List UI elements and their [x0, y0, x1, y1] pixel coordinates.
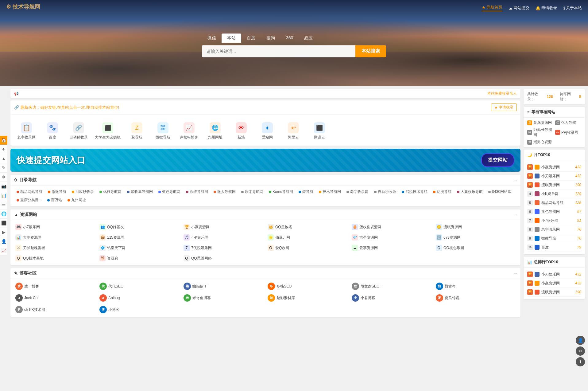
monthly-top10-item-3[interactable]: 4 小K娱乐网 129: [527, 190, 581, 198]
sidebar-btn-image[interactable]: 📷: [0, 182, 7, 191]
nav-link-weiwei[interactable]: 微微导航: [45, 188, 69, 196]
nav-section-more[interactable]: ···: [514, 178, 517, 182]
resource-item-20[interactable]: QQQ思维网络: [182, 254, 265, 263]
sidebar-btn-box[interactable]: ⬛: [0, 219, 7, 228]
blog-item-8[interactable]: 米 米奇鱼博客: [182, 293, 265, 303]
banner[interactable]: 快速提交网站入口 提交网站: [10, 149, 520, 172]
nav-link-ouwei[interactable]: 欧维导航网: [184, 188, 211, 196]
nav-link-laozi[interactable]: 老字收录网: [344, 188, 371, 196]
resource-item-4[interactable]: 🥚蛋收集资源网: [350, 223, 433, 231]
resource-item-1[interactable]: 👥QQ好基友: [98, 223, 180, 231]
sidebar-btn-nav[interactable]: ✈: [0, 145, 7, 154]
nav-link-baiwan[interactable]: 百万站: [45, 196, 64, 204]
monthly-top10-item-2[interactable]: 🏆 流氓资源网 190: [527, 181, 581, 190]
search-input[interactable]: [202, 45, 355, 57]
site-weiwei[interactable]: 微微导航 微微导航: [151, 120, 175, 143]
nav-link-fengzhi[interactable]: 枫枝导航网: [97, 188, 124, 196]
resource-item-3[interactable]: 👑QQ皇族塔: [266, 223, 349, 231]
monthly-top10-item-4[interactable]: 5 精品网站导航 125: [527, 198, 581, 207]
tab-sogou[interactable]: 搜狗: [261, 33, 280, 43]
nav-link-jishu[interactable]: 技术导航网: [316, 188, 343, 196]
pending-item-4[interactable]: 潮 潮男心资源: [527, 139, 553, 145]
nav-link-leiying[interactable]: 泪应秒收录: [69, 188, 96, 196]
resource-item-5[interactable]: 😏流氓资源网: [435, 223, 517, 231]
blog-item-12[interactable]: P ok PK技术网: [14, 305, 96, 315]
site-aizhan[interactable]: ♦ 爱站网: [255, 120, 280, 143]
resource-item-18[interactable]: QQQ技术基地: [14, 254, 96, 263]
site-aliyun[interactable]: ↩ 阿里云: [281, 120, 306, 143]
site-sina[interactable]: 👁 新浪: [229, 120, 253, 143]
monthly-top10-item-9[interactable]: 10 百度 79: [527, 243, 581, 252]
blog-item-9[interactable]: 魅 魅影素材库: [266, 293, 349, 303]
monthly-top10-item-7[interactable]: 8 老字收录网 76: [527, 225, 581, 234]
total-top10-item-2[interactable]: 🏆 流氓资源网 190: [527, 288, 581, 297]
resource-item-8[interactable]: 🎵小K娱乐网: [182, 233, 265, 242]
total-top10-item-0[interactable]: 🏆 小刀娱乐网 432: [527, 270, 581, 279]
tab-bing[interactable]: 必应: [299, 33, 318, 43]
blog-item-0[interactable]: 凌 凌一博客: [14, 281, 96, 291]
nav-about[interactable]: ℹ 关于本站: [563, 5, 582, 11]
site-baidu[interactable]: 🐾 百度: [40, 120, 65, 143]
sidebar-btn-trend[interactable]: 📈: [0, 246, 7, 256]
logo[interactable]: ⚙ 技术导航网: [6, 3, 40, 10]
float-btn-email[interactable]: ✉: [576, 346, 585, 356]
pending-item-0[interactable]: 菜 菜鸟资源网: [527, 120, 553, 125]
pending-item-2[interactable]: 97 97站长导航网: [527, 127, 553, 138]
blog-item-2[interactable]: 蝙 蝙蝠使IT: [182, 281, 265, 291]
blog-item-4[interactable]: 段 段文杰SEO...: [350, 281, 433, 291]
nav-link-jiuzhou2[interactable]: 九州网址: [65, 196, 88, 204]
resource-item-0[interactable]: 🎮小7娱乐网: [14, 223, 96, 231]
nav-submit[interactable]: ☁ 网站提交: [509, 5, 529, 11]
nav-link-daying[interactable]: 大赢娱乐导航: [455, 188, 485, 196]
blog-item-13[interactable]: 博 小博客: [98, 305, 180, 315]
resource-item-17[interactable]: QQQ核心乐园: [435, 244, 517, 252]
nav-link-lanse[interactable]: 蓝色导航网: [156, 188, 183, 196]
site-lusong[interactable]: 📈 卢松松博客: [177, 120, 201, 143]
nav-link-0430[interactable]: 0430网站库: [486, 188, 514, 196]
sidebar-btn-chart[interactable]: 📊: [0, 191, 7, 200]
sidebar-btn-list[interactable]: ☰: [0, 200, 7, 209]
monthly-top10-item-8[interactable]: 9 微微导航 70: [527, 234, 581, 243]
float-btn-top[interactable]: ⬆: [576, 357, 585, 366]
nav-link-kome[interactable]: Kome导航网: [266, 188, 296, 196]
site-auto-record[interactable]: 🔗 自动秒收录: [66, 120, 91, 143]
tab-weixin[interactable]: 微信: [202, 33, 222, 43]
blog-item-10[interactable]: 小 小君博客: [350, 293, 433, 303]
pending-item-1[interactable]: 亿 亿万导航: [555, 120, 581, 125]
total-top10-item-1[interactable]: 🏆 小嬴资源网 432: [527, 279, 581, 288]
nav-link-zidong[interactable]: 自动秒收录: [372, 188, 399, 196]
resource-item-11[interactable]: 🔢678资源网: [435, 233, 517, 242]
banner-button[interactable]: 提交网站: [481, 153, 514, 167]
sidebar-btn-resource[interactable]: ▲: [0, 154, 7, 163]
site-judao[interactable]: Z 聚导航: [125, 120, 149, 143]
blog-item-1[interactable]: 代 代代SEO: [98, 281, 180, 291]
site-student[interactable]: ⬛ 大学生怎么赚钱: [92, 120, 123, 143]
nav-link-chongqing[interactable]: 重庆分类目...: [14, 196, 44, 204]
blog-item-11[interactable]: 夏 夏瓜传说: [435, 293, 517, 303]
resource-item-14[interactable]: 77优悦娱乐网: [182, 244, 265, 252]
notice-link[interactable]: 本站免费收录名人: [487, 91, 517, 96]
sidebar-btn-play[interactable]: ▶: [0, 228, 7, 237]
site-jiuzhou[interactable]: 🌐 九州网址: [203, 120, 227, 143]
sidebar-btn-tool[interactable]: ❄: [0, 173, 7, 182]
float-btn-user[interactable]: 👤: [576, 336, 585, 345]
resource-item-19[interactable]: 🐕资源狗: [98, 254, 180, 263]
tab-baidu[interactable]: 百度: [241, 33, 261, 43]
nav-link-jingpin[interactable]: 精品网站导航: [14, 188, 45, 196]
monthly-top10-item-6[interactable]: 7 小7娱乐网 91: [527, 216, 581, 225]
blog-item-5[interactable]: 甄 甄古今: [435, 281, 517, 291]
nav-link-ouling[interactable]: 欧零导航网: [239, 188, 266, 196]
blog-item-jackcui[interactable]: J Jack Cui: [14, 293, 96, 303]
nav-link-jushou[interactable]: 聚收集导航网: [125, 188, 155, 196]
blog-section-more[interactable]: ···: [514, 271, 517, 276]
search-button[interactable]: 本站搜索: [355, 45, 386, 57]
apply-button[interactable]: ★ 申请收录: [491, 104, 517, 111]
resource-section-more[interactable]: ···: [514, 213, 517, 217]
nav-link-ju[interactable]: 聚导航: [296, 188, 316, 196]
resource-item-6[interactable]: 📊大刚资源网: [14, 233, 96, 242]
nav-apply[interactable]: 🔔 申请收录: [536, 5, 557, 11]
nav-link-dongman[interactable]: 动漫导航: [431, 188, 454, 196]
site-tencent[interactable]: ⬛ 腾讯云: [307, 120, 332, 143]
sidebar-btn-user[interactable]: 👤: [0, 237, 7, 246]
sidebar-btn-globe[interactable]: 🌐: [0, 209, 7, 219]
